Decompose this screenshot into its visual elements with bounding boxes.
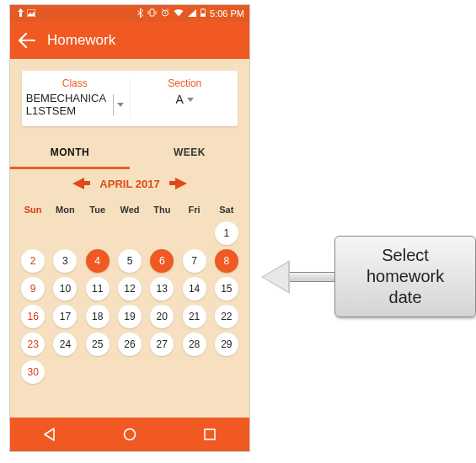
calendar-day[interactable]: 20: [150, 305, 174, 328]
calendar-day[interactable]: 29: [215, 333, 238, 356]
calendar-day[interactable]: 11: [86, 277, 110, 301]
calendar-day[interactable]: 23: [21, 333, 45, 356]
month-navigator: APRIL 2017: [10, 178, 249, 190]
class-label: Class: [22, 77, 128, 89]
chevron-down-icon: [117, 103, 124, 107]
calendar-grid: 1234567891011121314151617181920212223242…: [10, 221, 249, 384]
class-section-card: Class BEMECHANICAL1STSEM Section A: [22, 71, 238, 126]
annotation-callout: Select homework date: [261, 236, 476, 317]
arrow-stem: [290, 272, 334, 282]
calendar-day[interactable]: 12: [118, 277, 142, 301]
calendar-day[interactable]: 7: [183, 249, 206, 273]
battery-icon: [201, 8, 206, 19]
clock-text: 5:06 PM: [210, 8, 244, 19]
page-title: Homework: [47, 32, 115, 49]
chevron-down-icon: [187, 98, 194, 102]
back-icon[interactable]: [19, 33, 35, 48]
calendar-day[interactable]: 16: [21, 305, 45, 328]
calendar-day[interactable]: 17: [53, 305, 77, 328]
status-bar: 5:06 PM: [10, 5, 249, 22]
calendar-day[interactable]: 15: [215, 277, 238, 301]
phone-frame: 5:06 PM Homework Class BEMECHANICAL1STSE…: [10, 5, 249, 451]
nav-back-icon[interactable]: [29, 427, 70, 442]
wifi-icon: [174, 8, 184, 19]
calendar-day[interactable]: 24: [53, 333, 77, 356]
callout-box: Select homework date: [334, 236, 476, 317]
picture-icon: [27, 8, 35, 19]
svg-rect-4: [202, 8, 204, 9]
dow-header: Thu: [146, 200, 178, 221]
svg-point-6: [124, 429, 135, 440]
alarm-icon: [161, 8, 169, 19]
class-value: BEMECHANICAL1STSEM: [26, 93, 107, 118]
calendar-day[interactable]: 4: [86, 249, 110, 273]
text-cursor: [113, 94, 114, 116]
calendar-day[interactable]: 26: [118, 333, 142, 356]
svg-rect-5: [201, 13, 206, 17]
current-month-label: APRIL 2017: [99, 178, 159, 190]
dow-header: Mon: [49, 200, 81, 221]
calendar-day[interactable]: 22: [215, 305, 238, 328]
calendar-day[interactable]: 6: [150, 249, 174, 273]
vibrate-icon: [147, 8, 157, 19]
calendar-day[interactable]: 19: [118, 305, 142, 328]
nav-home-icon[interactable]: [110, 427, 150, 442]
section-dropdown[interactable]: Section A: [132, 77, 238, 118]
calendar-day[interactable]: 27: [150, 333, 174, 356]
calendar-day[interactable]: 8: [215, 249, 238, 273]
dow-header: Sun: [17, 200, 49, 221]
system-navbar: [10, 418, 249, 451]
calendar-day[interactable]: 1: [215, 221, 238, 245]
svg-rect-1: [150, 9, 154, 16]
section-label: Section: [132, 77, 238, 89]
app-bar: Homework: [10, 22, 249, 59]
tab-month[interactable]: MONTH: [10, 138, 130, 169]
divider: [130, 77, 131, 118]
calendar-day[interactable]: 9: [21, 277, 45, 301]
calendar-day[interactable]: 30: [21, 360, 45, 384]
day-header-row: SunMonTueWedThuFriSat: [10, 200, 249, 221]
calendar-day[interactable]: 28: [183, 333, 206, 356]
dow-header: Wed: [114, 200, 146, 221]
calendar-day[interactable]: 3: [53, 249, 77, 273]
arrow-left-icon: [261, 260, 290, 294]
bluetooth-icon: [137, 8, 143, 19]
next-month-icon[interactable]: [175, 178, 187, 189]
nav-recent-icon[interactable]: [190, 428, 230, 441]
calendar-day[interactable]: 21: [183, 305, 206, 328]
calendar-day[interactable]: 25: [86, 333, 110, 356]
calendar-day[interactable]: 5: [118, 249, 142, 273]
section-value: A: [176, 93, 184, 106]
svg-rect-7: [205, 429, 215, 439]
calendar-day[interactable]: 14: [183, 277, 206, 301]
tab-week[interactable]: WEEK: [130, 138, 249, 169]
dow-header: Fri: [178, 200, 210, 221]
class-dropdown[interactable]: Class BEMECHANICAL1STSEM: [22, 77, 128, 118]
calendar-day[interactable]: 18: [86, 305, 110, 328]
view-tabs: MONTH WEEK: [10, 138, 249, 169]
callout-line2: homework date: [350, 266, 460, 308]
calendar-day[interactable]: 2: [21, 249, 45, 273]
callout-line1: Select: [350, 245, 460, 266]
calendar-day[interactable]: 10: [53, 277, 77, 301]
signal-icon: [188, 8, 196, 19]
calendar-day[interactable]: 13: [150, 277, 174, 301]
dow-header: Tue: [82, 200, 114, 221]
prev-month-icon[interactable]: [72, 178, 84, 189]
dow-header: Sat: [211, 200, 243, 221]
upload-icon: [17, 8, 24, 19]
